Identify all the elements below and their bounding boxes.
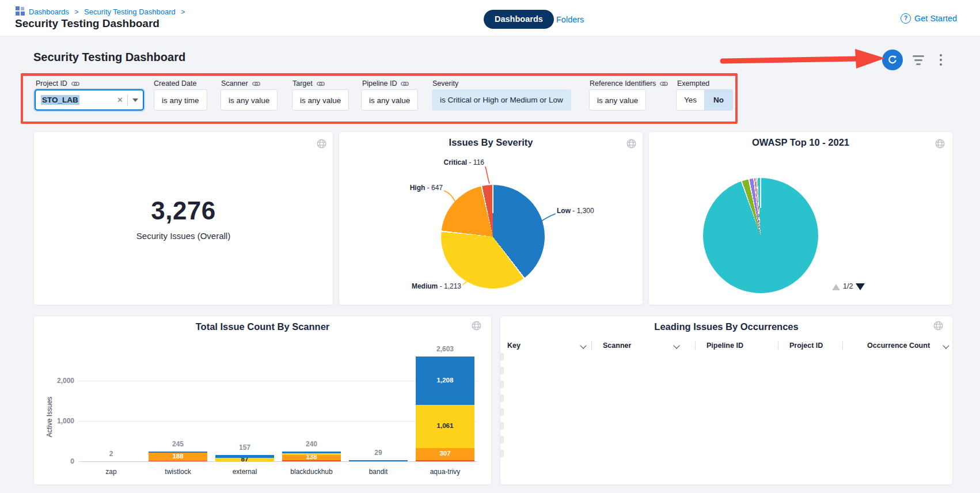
severity-pie-leader-lines bbox=[339, 132, 643, 305]
refresh-icon bbox=[887, 55, 898, 65]
pie-label-low: Low - 1,300 bbox=[557, 207, 637, 215]
created-date-filter-button[interactable]: is any time bbox=[154, 89, 207, 111]
kebab-menu-icon[interactable] bbox=[939, 53, 943, 67]
top-navigation-bar: Dashboards > Security Testing Dashboard … bbox=[0, 0, 980, 36]
breadcrumb-separator: > bbox=[75, 8, 79, 16]
bar-segment-blackduckhub-red[interactable] bbox=[282, 460, 341, 461]
annotation-arrow bbox=[716, 47, 888, 71]
dropdown-caret-icon[interactable] bbox=[128, 98, 143, 102]
globe-icon bbox=[933, 321, 943, 331]
bar-segment-blackduckhub-blue[interactable] bbox=[282, 452, 341, 453]
exempted-no-option[interactable]: No bbox=[704, 90, 732, 110]
column-header-project-id[interactable]: Project ID bbox=[789, 342, 823, 350]
filter-label-pipeline-id: Pipeline ID bbox=[362, 79, 409, 88]
filter-label-target: Target bbox=[293, 79, 325, 88]
bar-segment-value: 1,061 bbox=[416, 422, 474, 429]
pipeline-id-filter-button[interactable]: is any value bbox=[361, 89, 418, 111]
column-sort-chevron-icon[interactable] bbox=[673, 342, 679, 348]
breadcrumb-dashboards-link[interactable]: Dashboards bbox=[29, 7, 69, 16]
link-icon bbox=[401, 81, 409, 86]
overall-issue-caption: Security Issues (Overall) bbox=[34, 231, 333, 241]
column-header-key[interactable]: Key bbox=[507, 342, 521, 350]
bar-category-label: external bbox=[210, 468, 279, 476]
filter-label-reference-identifiers: Reference Identifiers bbox=[590, 79, 668, 88]
page-title: Security Testing Dashboard bbox=[15, 17, 159, 30]
bar-total-label: 29 bbox=[344, 449, 413, 457]
column-header-pipeline-id[interactable]: Pipeline ID bbox=[706, 342, 743, 350]
pie-label-medium: Medium - 1,213 bbox=[377, 282, 461, 290]
filter-label-project-id: Project ID bbox=[36, 79, 79, 88]
help-question-icon: ? bbox=[901, 13, 911, 24]
table-row-stub bbox=[500, 436, 504, 443]
bar-segment-value: 307 bbox=[416, 450, 474, 457]
bar-category-label: aqua-trivy bbox=[411, 468, 480, 476]
bar-segment-bandit-blue[interactable] bbox=[349, 460, 408, 461]
pie-label-critical: Critical - 116 bbox=[398, 158, 484, 166]
tab-folders[interactable]: Folders bbox=[556, 15, 584, 24]
bar-category-label: zap bbox=[77, 468, 146, 476]
bar-total-label: 157 bbox=[210, 443, 279, 452]
filter-label-created-date: Created Date bbox=[154, 79, 196, 88]
card-owasp-top-10: OWASP Top 10 - 2021 1/2 bbox=[648, 131, 953, 305]
bar-segment-external-blue[interactable] bbox=[215, 455, 274, 458]
target-filter-button[interactable]: is any value bbox=[292, 89, 349, 111]
exempted-toggle: Yes No bbox=[676, 89, 733, 111]
scanner-bar-plot[interactable]: 2zap188245twistlock87157external138240bl… bbox=[34, 316, 491, 484]
table-row-stub bbox=[500, 395, 504, 402]
page-down-icon[interactable] bbox=[856, 283, 865, 290]
get-started-button[interactable]: ? Get Started bbox=[901, 13, 957, 24]
link-icon bbox=[252, 81, 260, 86]
table-row-stub bbox=[500, 408, 504, 416]
owasp-pagination: 1/2 bbox=[832, 283, 865, 291]
page-indicator: 1/2 bbox=[843, 282, 853, 290]
breadcrumb: Dashboards > Security Testing Dashboard … bbox=[29, 6, 188, 17]
globe-icon bbox=[935, 139, 945, 149]
reference-identifiers-filter-button[interactable]: is any value bbox=[589, 89, 646, 111]
globe-icon bbox=[317, 139, 326, 149]
column-divider bbox=[842, 341, 843, 350]
column-header-occurrence-count[interactable]: Occurrence Count bbox=[867, 342, 930, 350]
owasp-pie[interactable] bbox=[703, 178, 818, 293]
card-leading-issues-by-occurrences: Leading Issues By Occurrences Key Scanne… bbox=[500, 316, 953, 485]
scanner-filter-button[interactable]: is any value bbox=[221, 89, 278, 111]
card-security-issues-overall: 3,276 Security Issues (Overall) bbox=[33, 131, 333, 305]
column-sort-chevron-icon[interactable] bbox=[580, 342, 586, 348]
bar-segment-twistlock-red[interactable] bbox=[149, 461, 207, 461]
bar-segment-value: 1,208 bbox=[416, 377, 474, 384]
column-divider bbox=[695, 341, 696, 350]
bar-total-label: 2 bbox=[77, 450, 146, 458]
table-row-stub bbox=[500, 422, 504, 430]
column-sort-chevron-icon[interactable] bbox=[943, 342, 949, 348]
breadcrumb-security-testing-dashboard-link[interactable]: Security Testing Dashboard bbox=[84, 7, 176, 16]
dashboard-filters-icon[interactable] bbox=[912, 53, 925, 67]
overall-issue-count: 3,276 bbox=[34, 196, 333, 225]
column-divider bbox=[591, 341, 592, 350]
card-issues-by-severity: Issues By Severity Critical - 116 High -… bbox=[339, 131, 643, 305]
dashboards-grid-icon bbox=[16, 6, 25, 16]
column-divider bbox=[778, 341, 778, 350]
bar-total-label: 245 bbox=[143, 440, 212, 448]
table-row-stub bbox=[500, 381, 504, 388]
page-up-icon[interactable] bbox=[832, 284, 840, 290]
link-icon bbox=[71, 81, 79, 86]
clear-filter-icon[interactable]: ✕ bbox=[113, 96, 127, 104]
project-id-filter-input[interactable]: STO_LAB ✕ bbox=[35, 89, 144, 111]
bar-category-label: blackduckhub bbox=[277, 468, 346, 476]
owasp-title: OWASP Top 10 - 2021 bbox=[649, 137, 952, 148]
exempted-yes-option[interactable]: Yes bbox=[677, 90, 704, 110]
table-row-stub bbox=[500, 353, 504, 361]
filter-label-exempted: Exempted bbox=[677, 79, 709, 88]
bar-segment-twistlock-blue[interactable] bbox=[149, 452, 207, 453]
pie-label-high: High - 647 bbox=[356, 184, 443, 192]
bar-total-label: 240 bbox=[277, 440, 346, 448]
bar-total-label: 2,603 bbox=[411, 345, 480, 353]
severity-filter-chip[interactable]: is Critical or High or Medium or Low bbox=[432, 89, 571, 111]
bar-segment-aqua-trivy-red[interactable] bbox=[416, 460, 474, 461]
filter-label-severity: Severity bbox=[432, 79, 458, 88]
column-header-scanner[interactable]: Scanner bbox=[603, 342, 631, 350]
breadcrumb-separator: > bbox=[181, 8, 185, 16]
project-id-value[interactable]: STO_LAB bbox=[41, 95, 79, 105]
table-row-stub bbox=[500, 450, 504, 457]
bar-segment-blackduckhub-yellow[interactable] bbox=[282, 453, 341, 455]
tab-dashboards[interactable]: Dashboards bbox=[484, 10, 554, 29]
